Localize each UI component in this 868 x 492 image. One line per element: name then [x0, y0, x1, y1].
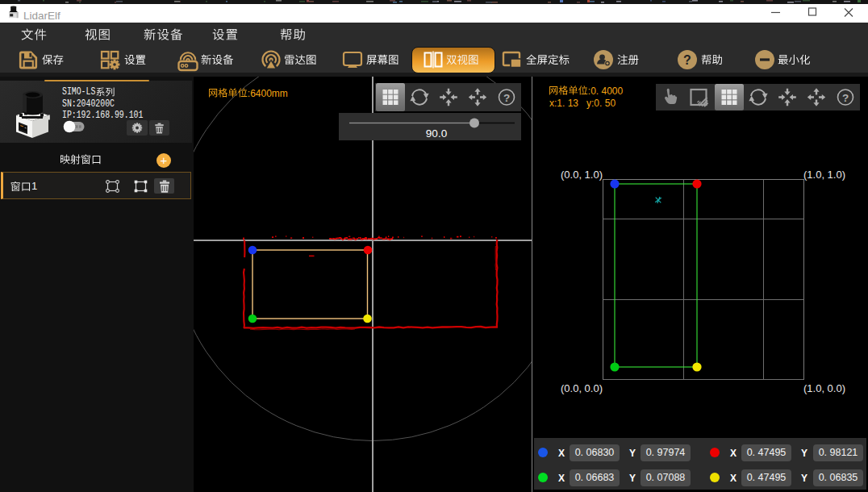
svg-text:?: ? — [683, 53, 691, 67]
